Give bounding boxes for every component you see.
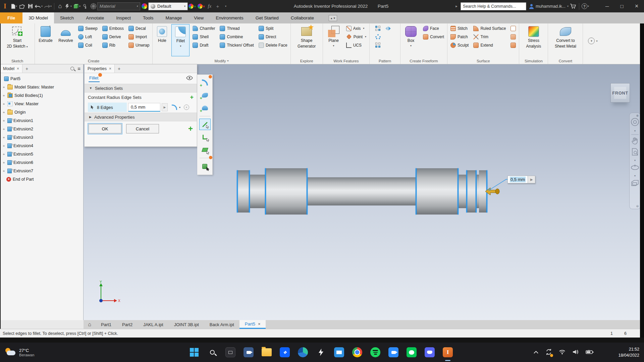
navbar-wheel-caret[interactable]: ▾ <box>634 129 636 132</box>
material-combobox[interactable]: Material ▾ <box>97 2 140 10</box>
patch-button[interactable]: Patch <box>449 33 470 41</box>
panel-label-modify[interactable]: Modify▾ <box>154 58 289 64</box>
radius-flyout-button[interactable]: ▶ <box>162 103 168 111</box>
loft-button[interactable]: Loft <box>76 33 99 41</box>
rectangular-pattern-button[interactable] <box>374 24 382 33</box>
navbar-zoom-caret[interactable]: ▾ <box>634 159 636 162</box>
pan-tool-icon[interactable] <box>631 137 639 146</box>
tray-sync-icon[interactable] <box>545 349 552 356</box>
rib-button[interactable]: Rib <box>101 41 125 49</box>
taskbar-spotify-button[interactable] <box>366 343 384 362</box>
part-shaft-middle[interactable] <box>307 177 416 205</box>
expander-icon[interactable]: + <box>2 169 6 173</box>
properties-tab-close-icon[interactable]: × <box>109 66 111 71</box>
tab-file[interactable]: File <box>0 12 22 23</box>
tree-item-extrusion1[interactable]: +Extrusion1 <box>2 116 83 125</box>
browser-tab-close-icon[interactable]: × <box>17 66 19 71</box>
circular-pattern-button[interactable] <box>374 33 382 41</box>
taskbar-search-button[interactable] <box>203 343 221 362</box>
convert-to-sheet-metal-button[interactable]: Convert to Sheet Metal <box>550 24 581 49</box>
delete-face-button[interactable]: Delete Face <box>257 41 289 49</box>
highlighted-fillet-edge[interactable] <box>249 170 250 213</box>
coil-button[interactable]: Coil <box>76 41 99 49</box>
user-account-button[interactable]: muhammad.ik... ▾ <box>528 2 569 11</box>
tray-volume-icon[interactable] <box>572 349 579 356</box>
part-cylinder-left[interactable] <box>266 168 307 215</box>
shape-generator-button[interactable]: Shape Generator <box>292 24 321 49</box>
doc-tab-close-icon[interactable]: × <box>258 321 261 326</box>
expander-icon[interactable]: + <box>2 144 6 148</box>
freeform-box-dropdown-caret[interactable]: ▾ <box>410 44 412 47</box>
full-round-fillet-button[interactable]: + <box>199 102 211 114</box>
orbit-tool-icon[interactable] <box>631 164 639 172</box>
expander-icon[interactable]: + <box>2 152 6 156</box>
expander-icon[interactable]: + <box>2 110 6 114</box>
split-button[interactable]: Split <box>257 24 289 33</box>
fillet-radius-flyout-button[interactable]: ▶ <box>528 176 535 183</box>
preview-eye-icon[interactable] <box>186 76 193 81</box>
highlighted-fillet-edge[interactable] <box>265 168 266 215</box>
browser-menu-icon[interactable]: ≡ <box>77 66 80 71</box>
axis-button[interactable]: Axis▾ <box>344 24 368 33</box>
tree-item-part[interactable]: Part5 <box>2 74 83 83</box>
hole-button[interactable]: Hole <box>154 24 170 43</box>
expander-icon[interactable]: + <box>2 119 6 123</box>
tree-item-origin[interactable]: +Origin <box>2 108 83 116</box>
tree-item-view-master[interactable]: +View: Master <box>2 100 83 108</box>
part-model[interactable] <box>235 168 490 215</box>
shell-button[interactable]: Shell <box>191 33 217 41</box>
minimize-button[interactable]: ─ <box>600 0 614 12</box>
taskbar-edge-button[interactable] <box>294 343 312 362</box>
viewcube-front-face[interactable]: FRONT <box>612 90 628 96</box>
taskbar-file-explorer-button[interactable] <box>258 343 276 362</box>
taskbar-chrome-button[interactable] <box>348 343 366 362</box>
fillet-radius-input[interactable]: 0,5 mm <box>128 103 160 112</box>
undo-button[interactable]: ▾ <box>34 2 43 11</box>
tab-collaborate[interactable]: Collaborate <box>285 12 320 23</box>
highlighted-fillet-edge[interactable] <box>466 170 467 213</box>
app-store-cart-button[interactable] <box>569 2 577 11</box>
select-solid-button[interactable] <box>199 161 211 172</box>
taskbar-lightning-button[interactable] <box>312 343 330 362</box>
doc-tab-joint-3b[interactable]: JOINT 3B.ipt <box>169 320 204 329</box>
tree-item-end-of-part[interactable]: ×End of Part <box>2 175 83 183</box>
home-view-button[interactable]: ⌂ <box>56 2 64 11</box>
tab-tools[interactable]: Tools <box>137 12 160 23</box>
properties-tab[interactable]: Properties× <box>85 64 115 73</box>
highlighted-fillet-edge[interactable] <box>416 168 417 215</box>
measure-button[interactable] <box>81 2 89 11</box>
qat-customize-caret[interactable]: ▾ <box>222 2 230 11</box>
expander-icon[interactable]: + <box>2 135 6 139</box>
browser-tab-model[interactable]: Model× <box>0 64 22 73</box>
qat-add-button[interactable]: + <box>214 2 222 11</box>
doc-tab-part2[interactable]: Part2 <box>117 320 138 329</box>
freeform-box-button[interactable]: Box ▾ <box>402 24 420 47</box>
taskbar-discord-button[interactable] <box>421 343 439 362</box>
navbar-minimize-icon[interactable]: ⊖ <box>636 204 639 208</box>
plane-button[interactable]: Plane ▾ <box>324 24 343 47</box>
tab-view[interactable]: View <box>188 12 210 23</box>
select-feature-button[interactable] <box>199 144 211 156</box>
viewcube[interactable]: FRONT <box>610 83 630 103</box>
stitch-button[interactable]: Stitch <box>449 24 470 33</box>
start-2d-sketch-button[interactable]: Start 2D Sketch ▾ <box>3 24 32 49</box>
appearance-wheel-icon[interactable] <box>140 2 148 11</box>
selection-sets-header[interactable]: ▼Selection Sets <box>85 84 197 93</box>
select-loop-button[interactable] <box>199 131 211 143</box>
part-groove-right[interactable] <box>476 175 479 208</box>
zoom-tool-icon[interactable] <box>631 148 639 157</box>
tab-annotate[interactable]: Annotate <box>80 12 110 23</box>
part-disc-right-1[interactable] <box>467 170 476 213</box>
sketch-driven-pattern-button[interactable] <box>374 41 382 49</box>
help-button[interactable]: ?▾ <box>581 2 590 11</box>
advanced-properties-header[interactable]: ▶Advanced Properties <box>85 113 197 121</box>
highlighted-fillet-edge[interactable] <box>307 168 308 215</box>
tree-item-solid-bodies[interactable]: +Solid Bodies(1) <box>2 91 83 100</box>
tray-chevron-up-icon[interactable] <box>533 350 539 355</box>
decal-button[interactable]: Decal <box>127 24 151 33</box>
doc-tab-part1[interactable]: Part1 <box>96 320 117 329</box>
fillet-radius-canvas-input[interactable]: 0,5 mm ▶ <box>507 176 535 183</box>
tree-item-model-states[interactable]: +Model States: Master <box>2 83 83 91</box>
surface-extra-button-1[interactable] <box>509 24 518 33</box>
fillet-dropdown-caret[interactable]: ▾ <box>180 45 181 48</box>
